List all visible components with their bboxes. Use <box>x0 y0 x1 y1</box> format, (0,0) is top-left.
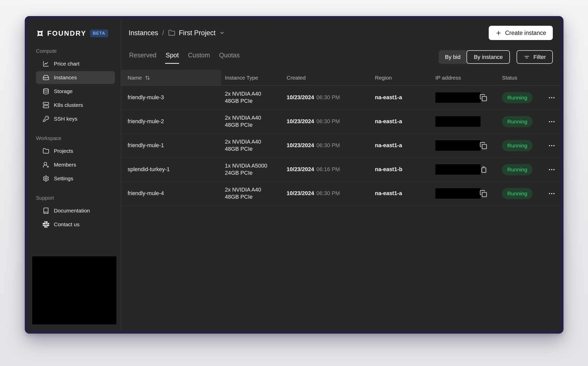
region-cell: na-east1-b <box>371 166 432 173</box>
sidebar-item-label: Price chart <box>54 61 79 67</box>
by-bid-option[interactable]: By bid <box>439 50 467 64</box>
toolbar: ReservedSpotCustomQuotas By bid By insta… <box>129 50 553 64</box>
sidebar-item-label: Settings <box>54 175 73 182</box>
sidebar-section: Compute Price chart Instances Storage K8… <box>36 48 115 125</box>
storage-icon <box>43 88 49 95</box>
app-window: FOUNDRY BETA Compute Price chart Instanc… <box>25 16 564 334</box>
table-row[interactable]: friendly-mule-3 2x NVIDIA A40 48GB PCIe … <box>121 86 560 110</box>
row-menu-button[interactable] <box>546 92 557 103</box>
row-menu-button[interactable] <box>546 164 557 175</box>
copy-icon <box>480 142 487 149</box>
ip-redacted-box <box>435 140 481 151</box>
filter-button[interactable]: Filter <box>517 50 553 64</box>
column-header-name[interactable]: Name <box>121 70 221 85</box>
actions-cell <box>543 188 560 199</box>
copy-ip-button[interactable] <box>480 166 487 173</box>
created-cell: 10/23/202406:30 PM <box>283 118 371 125</box>
ip-redacted-box <box>435 92 481 103</box>
tab-custom[interactable]: Custom <box>187 50 210 64</box>
instance-type: 2x NVIDIA A40 48GB PCIe <box>221 187 283 200</box>
instance-type: 2x NVIDIA A40 48GB PCIe <box>221 91 283 104</box>
sidebar-item-storage[interactable]: Storage <box>36 85 115 98</box>
status-cell: Running <box>498 188 543 199</box>
sidebar: FOUNDRY BETA Compute Price chart Instanc… <box>28 19 121 331</box>
column-header-ip: IP address <box>432 70 498 85</box>
sidebar-item-contact-us[interactable]: Contact us <box>36 218 115 231</box>
table-row[interactable]: friendly-mule-4 2x NVIDIA A40 48GB PCIe … <box>121 182 560 206</box>
region-cell: na-east1-a <box>371 190 432 197</box>
sidebar-section: Workspace Projects Members Settings <box>36 135 115 185</box>
copy-icon <box>480 94 487 102</box>
instance-type: 2x NVIDIA A40 48GB PCIe <box>221 115 283 128</box>
sidebar-item-documentation[interactable]: Documentation <box>36 204 115 217</box>
tab-reserved[interactable]: Reserved <box>129 50 157 64</box>
sidebar-item-price-chart[interactable]: Price chart <box>36 57 115 70</box>
main-panel: Instances / First Project Create instanc… <box>121 19 560 331</box>
table-row[interactable]: splendid-turkey-1 1x NVIDIA A5000 24GB P… <box>121 158 560 182</box>
tab-spot[interactable]: Spot <box>165 50 179 64</box>
sidebar-item-label: Projects <box>54 148 73 154</box>
ellipsis-icon <box>548 142 556 149</box>
ip-cell <box>432 140 498 151</box>
row-menu-button[interactable] <box>546 188 557 199</box>
copy-icon <box>480 190 487 197</box>
column-header-status: Status <box>498 70 543 85</box>
instances-table: Name Instance Type Created Region IP add… <box>121 70 560 206</box>
tab-quotas[interactable]: Quotas <box>219 50 240 64</box>
sidebar-item-members[interactable]: Members <box>36 158 115 171</box>
sidebar-item-ssh-keys[interactable]: SSH keys <box>36 112 115 125</box>
sidebar-item-k8s-clusters[interactable]: K8s clusters <box>36 99 115 111</box>
sidebar-item-label: Storage <box>54 88 73 94</box>
status-cell: Running <box>498 140 543 151</box>
brand-name: FOUNDRY <box>47 30 87 37</box>
create-instance-label: Create instance <box>505 30 546 36</box>
column-header-created: Created <box>283 70 371 85</box>
table-row[interactable]: friendly-mule-2 2x NVIDIA A40 48GB PCIe … <box>121 110 560 134</box>
region-cell: na-east1-a <box>371 94 432 101</box>
instance-name: friendly-mule-3 <box>121 94 221 101</box>
ellipsis-icon <box>548 166 556 173</box>
page-header: Instances / First Project Create instanc… <box>129 26 553 40</box>
contact-us-icon <box>43 221 49 228</box>
ip-redacted-box <box>435 188 481 199</box>
column-header-actions <box>543 70 560 85</box>
sidebar-item-label: SSH keys <box>54 116 77 122</box>
by-instance-option[interactable]: By instance <box>467 50 510 64</box>
region-cell: na-east1-a <box>371 142 432 149</box>
plus-icon <box>495 30 502 36</box>
ip-cell <box>432 116 498 127</box>
copy-ip-button[interactable] <box>480 142 487 149</box>
filter-label: Filter <box>533 54 546 60</box>
table-body: friendly-mule-3 2x NVIDIA A40 48GB PCIe … <box>121 86 560 206</box>
members-icon <box>43 161 49 168</box>
copy-icon <box>480 166 487 173</box>
status-badge: Running <box>502 116 533 127</box>
sidebar-section-label: Support <box>36 195 115 201</box>
row-menu-button[interactable] <box>546 116 557 127</box>
copy-ip-button[interactable] <box>480 94 487 102</box>
breadcrumb-root[interactable]: Instances <box>129 29 158 37</box>
sort-icon <box>145 75 150 80</box>
sidebar-nav: Compute Price chart Instances Storage K8… <box>36 48 115 231</box>
instances-icon <box>43 74 49 81</box>
ip-redacted-box <box>435 116 481 127</box>
copy-ip-button[interactable] <box>480 190 487 197</box>
sidebar-item-instances[interactable]: Instances <box>36 71 115 84</box>
projects-icon <box>43 148 49 154</box>
sidebar-item-projects[interactable]: Projects <box>36 145 115 157</box>
region-cell: na-east1-a <box>371 118 432 125</box>
project-name: First Project <box>179 29 216 37</box>
breadcrumb-separator: / <box>162 29 164 37</box>
price-chart-icon <box>43 60 49 67</box>
project-picker[interactable]: First Project <box>168 29 225 37</box>
table-row[interactable]: friendly-mule-1 2x NVIDIA A40 48GB PCIe … <box>121 134 560 158</box>
created-cell: 10/23/202406:30 PM <box>283 142 371 149</box>
sidebar-section: Support Documentation Contact us <box>36 195 115 231</box>
row-menu-button[interactable] <box>546 140 557 151</box>
chevron-down-icon <box>219 30 225 36</box>
create-instance-button[interactable]: Create instance <box>489 26 553 40</box>
documentation-icon <box>43 207 49 214</box>
folder-icon <box>168 29 175 36</box>
sidebar-item-settings[interactable]: Settings <box>36 172 115 185</box>
table-header: Name Instance Type Created Region IP add… <box>121 70 560 86</box>
